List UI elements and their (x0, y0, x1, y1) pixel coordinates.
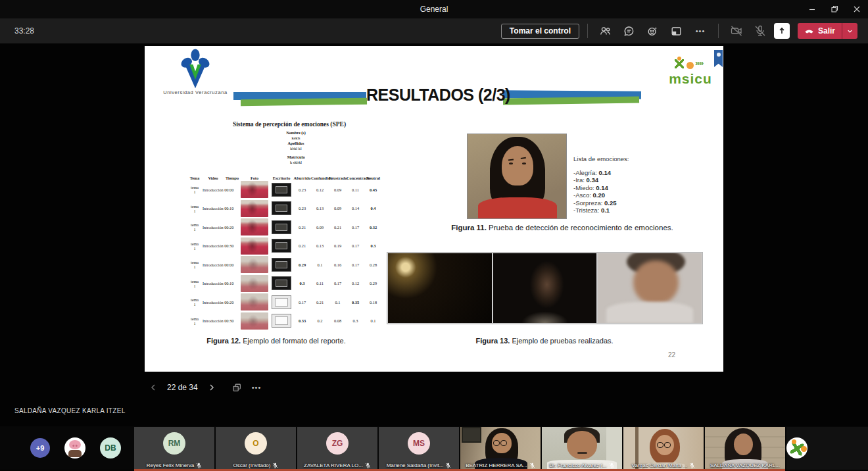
participant-tile[interactable]: SALDAÑA VAZQUEZ KARL... (705, 427, 785, 470)
minimize-button[interactable] (801, 0, 823, 18)
mic-muted-icon (689, 462, 695, 468)
reactions-button[interactable] (643, 21, 663, 41)
participant-tile[interactable]: Vargas Cerdan Maria ... (623, 427, 704, 470)
restore-button[interactable] (823, 0, 846, 18)
more-options-icon: ••• (696, 27, 706, 35)
uv-logo: Universidad Veracruzana (159, 49, 231, 96)
test-frame-bright-face (598, 253, 702, 323)
foto-thumbnail (241, 237, 268, 255)
mic-muted-icon (445, 462, 451, 468)
photo-face (502, 146, 533, 186)
participant-name: SALDAÑA VAZQUEZ KARL... (710, 462, 780, 468)
toolbar-divider (718, 24, 719, 38)
slide-position: 22 de 34 (167, 383, 198, 392)
surname-label: Apellidos (250, 141, 342, 146)
name-value: kekls (250, 136, 342, 141)
name-label: Nombre (s) (250, 130, 342, 136)
chat-button[interactable] (619, 21, 639, 41)
score-cell: 0.21 (293, 243, 311, 248)
msicu-logo-text: msicu (664, 72, 717, 86)
pop-out-button[interactable] (228, 380, 245, 395)
mic-off-icon (754, 24, 767, 37)
participant-tile[interactable]: MS Marlene Saldaña (Invit... (379, 427, 459, 470)
camera-off-button[interactable] (727, 21, 746, 41)
tema-cell: tema1 (188, 241, 201, 251)
video-tiempo-cell: Introducción 00:00 (201, 262, 239, 267)
minimize-icon (808, 5, 816, 13)
score-cell: 0.11 (347, 187, 364, 192)
score-cell: 0.17 (293, 300, 311, 305)
score-cell: 0.12 (347, 281, 364, 285)
score-cell: 0.13 (311, 243, 329, 248)
pig-avatar[interactable] (64, 437, 85, 459)
table-header-cell: Concentrado (347, 176, 364, 180)
chat-icon (623, 25, 635, 37)
report-table: TemaVideoTiempoFotoEscritorioAburridoCon… (188, 172, 385, 330)
participant-name: Reyes Felix Minerva (147, 462, 194, 468)
foto-thumbnail (241, 256, 268, 273)
score-cell: 0.2 (311, 318, 329, 323)
video-tiempo-cell: Introducción 00:10 (201, 281, 239, 285)
score-cell: 0.45 (364, 187, 382, 192)
participant-tile[interactable]: Dr. Francisco Alvarez (... (542, 427, 622, 470)
id-label: Matrícula (250, 155, 342, 160)
emotions-items: -Alegría: 0.14-Ira: 0.34-Miedo: 0.14-Asc… (573, 169, 711, 214)
leave-options-button[interactable] (842, 23, 857, 39)
figure12-caption: Figura 12. Ejemplo del formato del repor… (171, 337, 381, 345)
share-window-button[interactable] (667, 21, 687, 41)
uv-logo-icon (178, 49, 213, 89)
table-header-cell: Tema (188, 176, 201, 180)
close-button[interactable] (846, 0, 868, 18)
participant-avatar: RM (163, 432, 185, 455)
score-cell: 0.29 (364, 281, 382, 285)
participant-tile[interactable]: O Oscar (Invitado) (216, 427, 296, 470)
score-cell: 0.17 (347, 262, 364, 267)
leave-button-group: Salir (798, 23, 857, 39)
escritorio-thumbnail (272, 201, 291, 215)
score-cell: 0.17 (347, 243, 364, 248)
mic-off-button[interactable] (750, 21, 770, 41)
restore-icon (831, 5, 838, 13)
participant-tile[interactable]: ZG ZAVALETA RIVERA LO... (297, 427, 377, 470)
score-cell: 0.08 (329, 318, 347, 323)
report-table-row: tema1Introducción 00:200.170.210.10.350.… (188, 293, 385, 312)
next-slide-button[interactable] (203, 380, 220, 395)
video-tiempo-cell: Introducción 00:20 (201, 225, 239, 230)
slide-more-button[interactable]: ••• (252, 384, 262, 391)
emotion-item: -Sorpreza: 0.25 (573, 199, 711, 207)
participant-tile[interactable]: RM Reyes Felix Minerva (134, 427, 214, 470)
msicu-logo: »» msicu (664, 57, 717, 91)
logo-tile[interactable] (786, 427, 868, 470)
score-cell: 0.18 (364, 300, 382, 305)
score-cell: 0.33 (293, 318, 311, 323)
participant-name: Vargas Cerdan Maria ... (632, 462, 687, 468)
previous-slide-button[interactable] (145, 380, 162, 395)
score-cell: 0.1 (329, 300, 347, 305)
more-options-button[interactable]: ••• (690, 21, 710, 41)
tema-cell: tema1 (188, 297, 201, 307)
share-tray-button[interactable] (774, 23, 790, 39)
score-cell: 0.35 (347, 300, 364, 305)
escritorio-thumbnail (272, 183, 291, 197)
participant-tile[interactable]: BEATRIZ HERRERA SA... (460, 427, 541, 470)
escritorio-thumbnail (272, 314, 291, 328)
table-header-cell: Frustrado (329, 176, 347, 180)
score-cell: 0.3 (293, 281, 311, 285)
avatar-db[interactable]: DB (100, 437, 121, 459)
take-control-button[interactable]: Tomar el control (501, 24, 579, 39)
participants-button[interactable] (596, 21, 615, 41)
share-window-icon (670, 25, 683, 37)
foto-thumbnail (241, 293, 268, 310)
foto-thumbnail (241, 181, 268, 198)
score-cell: 0.13 (311, 206, 329, 211)
toolbar-divider (587, 24, 588, 38)
close-icon (853, 5, 861, 13)
overflow-count-avatar[interactable]: +9 (30, 438, 50, 458)
slide-page-number: 22 (668, 351, 675, 359)
leave-button[interactable]: Salir (798, 26, 842, 36)
video-tiempo-cell: Introducción 00:20 (201, 300, 239, 305)
foto-thumbnail (241, 200, 268, 217)
score-cell: 0.09 (329, 206, 347, 211)
figure11-photo (467, 134, 567, 219)
table-header-cell: Confundido (311, 176, 329, 180)
